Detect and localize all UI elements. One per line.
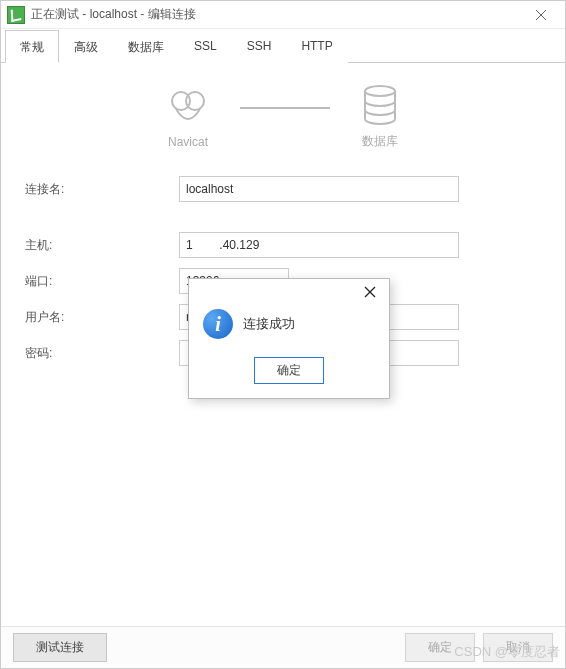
window-title: 正在测试 - localhost - 编辑连接 bbox=[31, 6, 523, 23]
svg-point-1 bbox=[186, 92, 204, 110]
connection-line-icon bbox=[240, 107, 330, 109]
dialog-footer: 确定 bbox=[189, 349, 389, 398]
navicat-icon bbox=[166, 85, 210, 129]
dialog-ok-button[interactable]: 确定 bbox=[254, 357, 324, 384]
dialog-titlebar bbox=[189, 279, 389, 305]
tab-ssh[interactable]: SSH bbox=[232, 30, 287, 63]
dialog-message: 连接成功 bbox=[243, 315, 295, 333]
navicat-app-icon bbox=[7, 6, 25, 24]
info-icon: i bbox=[203, 309, 233, 339]
tab-http[interactable]: HTTP bbox=[286, 30, 347, 63]
edit-connection-window: 正在测试 - localhost - 编辑连接 常规 高级 数据库 SSL SS… bbox=[0, 0, 566, 669]
label-password: 密码: bbox=[25, 345, 179, 362]
titlebar: 正在测试 - localhost - 编辑连接 bbox=[1, 1, 565, 29]
test-connection-button[interactable]: 测试连接 bbox=[13, 633, 107, 662]
diagram-navicat: Navicat bbox=[166, 85, 210, 149]
tab-advanced[interactable]: 高级 bbox=[59, 30, 113, 63]
svg-point-2 bbox=[365, 86, 395, 96]
tab-ssl[interactable]: SSL bbox=[179, 30, 232, 63]
label-host: 主机: bbox=[25, 237, 179, 254]
row-connection-name: 连接名: bbox=[25, 176, 541, 202]
diagram-navicat-label: Navicat bbox=[168, 135, 208, 149]
input-host[interactable] bbox=[179, 232, 459, 258]
footer: 测试连接 确定 取消 bbox=[1, 626, 565, 668]
tab-database[interactable]: 数据库 bbox=[113, 30, 179, 63]
row-host: 主机: bbox=[25, 232, 541, 258]
diagram-database-label: 数据库 bbox=[362, 133, 398, 150]
input-connection-name[interactable] bbox=[179, 176, 459, 202]
label-connection-name: 连接名: bbox=[25, 181, 179, 198]
window-close-button[interactable] bbox=[523, 1, 559, 28]
label-port: 端口: bbox=[25, 273, 179, 290]
database-icon bbox=[360, 83, 400, 127]
connection-diagram: Navicat 数据库 bbox=[25, 83, 541, 150]
dialog-body: i 连接成功 bbox=[189, 305, 389, 349]
cancel-button[interactable]: 取消 bbox=[483, 633, 553, 662]
result-dialog: i 连接成功 确定 bbox=[188, 278, 390, 399]
tabs: 常规 高级 数据库 SSL SSH HTTP bbox=[1, 29, 565, 63]
diagram-database: 数据库 bbox=[360, 83, 400, 150]
tab-general[interactable]: 常规 bbox=[5, 30, 59, 63]
ok-button[interactable]: 确定 bbox=[405, 633, 475, 662]
dialog-close-button[interactable] bbox=[355, 279, 385, 305]
label-username: 用户名: bbox=[25, 309, 179, 326]
